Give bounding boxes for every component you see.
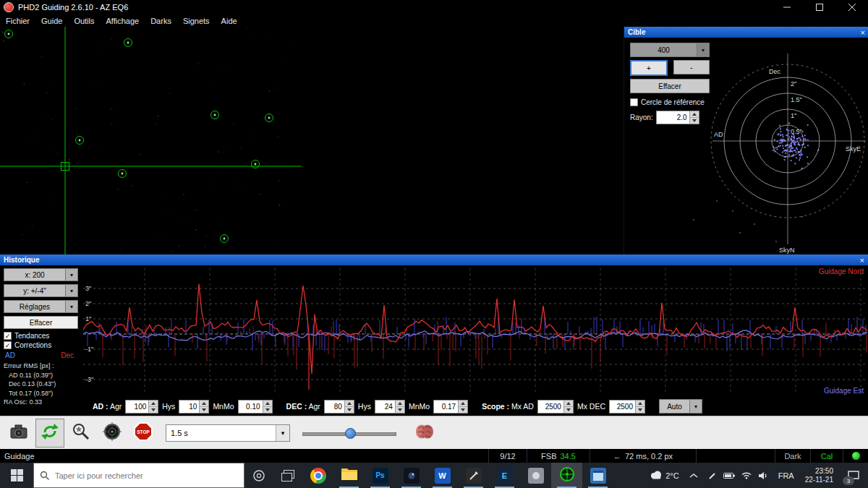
history-panel-close-button[interactable]: × — [860, 257, 864, 264]
stop-button[interactable]: STOP — [129, 419, 158, 448]
weather-widget[interactable]: 2°C — [644, 463, 684, 488]
ra-minmove-value: 0.10 — [239, 401, 263, 413]
max-dec-spinbox[interactable]: 2500 — [609, 400, 645, 414]
camera-view[interactable] — [0, 27, 624, 254]
close-button[interactable] — [835, 0, 868, 14]
y-scale-value: y: +/-4" — [4, 285, 65, 296]
taskbar-app-photoshop[interactable]: Ps — [365, 463, 396, 488]
status-cal-label: Cal — [810, 449, 843, 463]
task-view-button[interactable] — [273, 463, 302, 488]
max-ra-spinbox[interactable]: 2500 — [537, 400, 574, 414]
cortana-button[interactable] — [244, 463, 273, 488]
taskbar-app-file-explorer[interactable] — [333, 463, 365, 488]
target-panel-titlebar[interactable]: Cible × — [624, 27, 868, 38]
svg-text:3": 3" — [85, 285, 91, 292]
dark-app-icon — [404, 468, 420, 484]
battery-icon[interactable] — [723, 472, 735, 479]
history-graph: 3"2"1"-1"-3"Guidage NordGuidage Est — [83, 265, 868, 397]
dec-aggression-spinner[interactable] — [344, 401, 354, 413]
maximize-button[interactable] — [803, 0, 835, 14]
dec-aggression-value: 80 — [325, 401, 344, 413]
action-center-button[interactable]: 3 — [839, 463, 868, 488]
trend-checkbox[interactable]: ✓ — [4, 332, 12, 340]
taskbar-app-word[interactable]: W — [427, 463, 458, 488]
taskbar-app-gray-app[interactable] — [520, 463, 551, 488]
tray-overflow-button[interactable] — [684, 463, 703, 488]
exposure-dropdown[interactable]: 1.5 s ▾ — [166, 424, 290, 442]
search-icon — [40, 471, 49, 480]
pen-app-icon — [466, 468, 482, 484]
gamma-slider[interactable] — [302, 426, 396, 440]
menu-item-guide[interactable]: Guide — [35, 14, 68, 27]
dec-aggression-spinbox[interactable]: 80 — [324, 400, 354, 414]
windows-icon — [11, 469, 23, 481]
settings-dropdown[interactable]: Réglages ▾ — [4, 300, 78, 313]
x-scale-dropdown[interactable]: x: 200 ▾ — [4, 268, 78, 281]
auto-select-star-button[interactable] — [67, 419, 95, 448]
menu-item-aide[interactable]: Aide — [216, 14, 243, 27]
ra-hysteresis-value: 10 — [179, 401, 199, 413]
history-clear-button[interactable]: Effacer — [4, 316, 78, 329]
ra-aggression-spinbox[interactable]: 100 — [125, 400, 158, 414]
volume-icon[interactable] — [758, 471, 768, 480]
loop-exposures-button[interactable] — [35, 419, 64, 448]
dropdown-arrow-icon: ▾ — [276, 425, 289, 441]
advanced-settings-button[interactable] — [410, 419, 439, 448]
max-ra-spinner[interactable] — [563, 401, 573, 413]
dec-prefix-label: DEC : — [286, 402, 307, 411]
tray-icons[interactable] — [703, 463, 773, 488]
taskbar-app-dark-app[interactable] — [396, 463, 427, 488]
language-indicator[interactable]: FRA — [773, 463, 799, 488]
cloud-icon — [650, 470, 663, 481]
taskbar-search-input[interactable] — [54, 471, 238, 481]
ra-hys-label: Hys — [162, 402, 175, 411]
start-button[interactable] — [0, 463, 33, 488]
dec-minmove-value: 0.17 — [434, 401, 458, 413]
target-panel-close-button[interactable]: × — [861, 29, 865, 36]
corrections-checkbox[interactable]: ✓ — [4, 341, 12, 349]
ra-hysteresis-spinner[interactable] — [199, 401, 208, 413]
dec-minmove-spinner[interactable] — [458, 401, 467, 413]
connect-camera-button[interactable] — [4, 419, 33, 448]
ra-minmove-spinner[interactable] — [263, 401, 272, 413]
menu-item-darks[interactable]: Darks — [145, 14, 177, 27]
taskbar-app-blue-app[interactable]: E — [489, 463, 520, 488]
svg-text:SkyN: SkyN — [779, 247, 795, 254]
slider-handle[interactable] — [345, 428, 356, 439]
taskbar-app-chrome[interactable] — [302, 463, 333, 488]
max-dec-spinner[interactable] — [635, 401, 644, 413]
status-fsb-label: FSB — [541, 452, 556, 461]
ra-hysteresis-spinbox[interactable]: 10 — [179, 400, 209, 414]
y-scale-dropdown[interactable]: y: +/-4" ▾ — [4, 284, 78, 297]
taskbar-clock[interactable]: 23:50 22-11-21 — [799, 467, 839, 484]
dec-hysteresis-spinner[interactable] — [395, 401, 404, 413]
history-panel-title: Historique — [4, 256, 39, 264]
guide-button[interactable] — [98, 419, 127, 448]
pen-icon[interactable] — [708, 471, 717, 480]
dec-legend-label: Dec — [61, 351, 74, 359]
ra-minmove-spinbox[interactable]: 0.10 — [238, 400, 273, 414]
dec-mode-dropdown[interactable]: Auto ▾ — [659, 399, 702, 414]
taskbar-app-pen-app[interactable] — [458, 463, 489, 488]
history-panel-titlebar[interactable]: Historique × — [0, 254, 868, 265]
wifi-icon[interactable] — [741, 471, 752, 479]
mxdec-label: Mx DEC — [577, 402, 605, 411]
notification-badge: 3 — [843, 476, 854, 485]
chevron-up-icon — [689, 473, 698, 479]
dec-hysteresis-spinbox[interactable]: 24 — [375, 400, 405, 414]
dec-minmove-spinbox[interactable]: 0.17 — [433, 400, 468, 414]
taskbar-search[interactable] — [33, 463, 244, 488]
svg-text:Guidage Nord: Guidage Nord — [819, 267, 864, 275]
menu-item-affichage[interactable]: Affichage — [101, 14, 145, 27]
taskbar-app-phd2[interactable] — [551, 463, 582, 488]
dec-mode-value: Auto — [660, 400, 689, 413]
menu-item-outils[interactable]: Outils — [68, 14, 100, 27]
taskbar-app-window-app[interactable] — [582, 463, 613, 488]
ra-aggression-spinner[interactable] — [148, 401, 158, 413]
svg-text:Dec: Dec — [769, 68, 781, 75]
minimize-button[interactable] — [770, 0, 803, 14]
menu-item-signets[interactable]: Signets — [177, 14, 216, 27]
camera-icon — [9, 421, 29, 445]
rms-dec: Dec 0.13 (0.43") — [4, 380, 83, 389]
menu-item-fichier[interactable]: Fichier — [0, 14, 35, 27]
